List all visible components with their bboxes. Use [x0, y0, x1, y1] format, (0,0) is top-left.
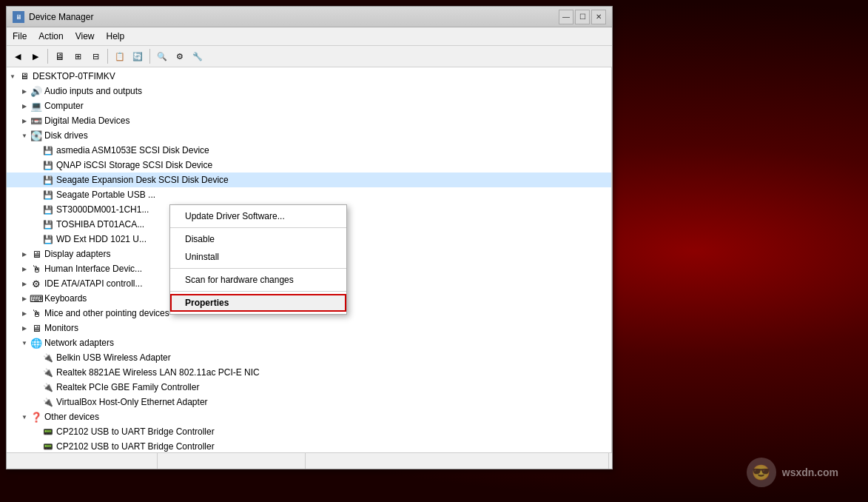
disk-icon: 💾 [42, 159, 54, 171]
monitors-icon: 🖥 [30, 322, 42, 334]
toolbar-properties-button[interactable]: 📋 [112, 48, 128, 64]
toolbar-back-button[interactable]: ◀ [10, 48, 26, 64]
st3000-label: ST3000DM001-1CH1... [56, 204, 149, 215]
belkin-label: Belkin USB Wireless Adapter [56, 352, 171, 363]
audio-icon: 🔊 [30, 85, 42, 97]
toolbar-collapse-button[interactable]: ⊟ [87, 48, 104, 64]
ctx-disable[interactable]: Disable [170, 230, 346, 248]
status-section-3 [306, 453, 609, 469]
status-section-2 [158, 453, 306, 469]
root-label: DESKTOP-0TFIMKV [33, 71, 115, 81]
device-manager-window: 🖥 Device Manager — ☐ ✕ File Action View … [6, 6, 613, 469]
menu-action[interactable]: Action [33, 29, 69, 44]
netcard-icon: 🔌 [42, 396, 54, 408]
mice-label: Mice and other pointing devices [44, 308, 169, 318]
title-bar: 🖥 Device Manager — ☐ ✕ [7, 7, 612, 27]
tree-item-cp2102-2[interactable]: ▶ 📟 CP2102 USB to UART Bridge Controller [7, 439, 611, 452]
menu-bar: File Action View Help [7, 27, 612, 46]
hid-expand: ▶ [18, 266, 30, 272]
device-icon: 📟 [42, 426, 54, 438]
maximize-button[interactable]: ☐ [575, 10, 590, 24]
ctx-sep-1 [170, 227, 346, 228]
computer-label: Computer [44, 101, 84, 111]
audio-expand: ▶ [18, 88, 30, 95]
tree-item-disk-drives[interactable]: ▼ 💽 Disk drives [7, 128, 611, 143]
toolbar-forward-button[interactable]: ▶ [27, 48, 44, 64]
cp2102-1-label: CP2102 USB to UART Bridge Controller [56, 426, 215, 437]
other-label: Other devices [44, 412, 99, 422]
tree-root[interactable]: ▼ 🖥 DESKTOP-0TFIMKV [7, 69, 611, 84]
content-area: ▼ 🖥 DESKTOP-0TFIMKV ▶ 🔊 Audio inputs and… [7, 67, 612, 452]
tree-item-other[interactable]: ▼ ❓ Other devices [7, 409, 611, 424]
toolbar-expand-button[interactable]: ⊞ [70, 48, 86, 64]
toolbar-scan-button[interactable]: 🔍 [154, 48, 170, 64]
watermark-text: wsxdn.com [782, 466, 838, 478]
tree-item-audio[interactable]: ▶ 🔊 Audio inputs and outputs [7, 84, 611, 98]
toshiba-label: TOSHIBA DT01ACA... [56, 219, 144, 230]
toolbar-update-button[interactable]: 🔄 [129, 48, 146, 64]
minimize-button[interactable]: — [559, 10, 573, 24]
keyboards-icon: ⌨ [30, 292, 42, 304]
tree-item-computer[interactable]: ▶ 💻 Computer [7, 98, 611, 113]
digital-label: Digital Media Devices [44, 116, 129, 126]
tree-item-digital[interactable]: ▶ 📼 Digital Media Devices [7, 113, 611, 128]
menu-file[interactable]: File [7, 29, 33, 44]
virtualbox-label: VirtualBox Host-Only Ethernet Adapter [56, 397, 208, 407]
title-buttons: — ☐ ✕ [559, 10, 606, 24]
disk-icon: 💾 [42, 189, 54, 201]
toolbar-computer-button[interactable]: 🖥 [52, 48, 68, 64]
toolbar-settings-button[interactable]: ⚙ [172, 48, 188, 64]
toolbar-separator-1 [47, 49, 48, 64]
tree-item-belkin[interactable]: ▶ 🔌 Belkin USB Wireless Adapter [7, 350, 611, 365]
tree-item-qnap[interactable]: ▶ 💾 QNAP iSCSI Storage SCSI Disk Device [7, 158, 611, 173]
monitors-label: Monitors [44, 323, 78, 333]
ctx-properties[interactable]: Properties [170, 294, 346, 312]
asmedia-label: asmedia ASM1053E SCSI Disk Device [56, 145, 209, 155]
network-expand: ▼ [18, 340, 30, 347]
netcard-icon: 🔌 [42, 352, 54, 364]
ctx-update[interactable]: Update Driver Software... [170, 207, 346, 225]
ctx-uninstall[interactable]: Uninstall [170, 248, 346, 266]
tree-item-seagate-portable[interactable]: ▶ 💾 Seagate Portable USB ... [7, 187, 611, 202]
tree-item-realtek8821[interactable]: ▶ 🔌 Realtek 8821AE Wireless LAN 802.11ac… [7, 365, 611, 380]
wd-label: WD Ext HDD 1021 U... [56, 234, 147, 244]
menu-view[interactable]: View [70, 29, 101, 44]
hid-icon: 🖱 [30, 263, 42, 275]
status-section-1 [10, 453, 158, 469]
tree-item-realtekpcie[interactable]: ▶ 🔌 Realtek PCIe GBE Family Controller [7, 380, 611, 395]
disk-icon: 💾 [42, 218, 54, 230]
toolbar-extra-button[interactable]: 🔧 [189, 48, 206, 64]
disk-expand: ▼ [18, 133, 30, 139]
digital-icon: 📼 [30, 115, 42, 127]
menu-help[interactable]: Help [101, 29, 131, 44]
tree-item-monitors[interactable]: ▶ 🖥 Monitors [7, 321, 611, 335]
tree-item-cp2102-1[interactable]: ▶ 📟 CP2102 USB to UART Bridge Controller [7, 424, 611, 439]
ide-label: IDE ATA/ATAPI controll... [44, 278, 142, 289]
toolbar-separator-2 [107, 49, 108, 64]
tree-item-asmedia[interactable]: ▶ 💾 asmedia ASM1053E SCSI Disk Device [7, 143, 611, 158]
device-tree[interactable]: ▼ 🖥 DESKTOP-0TFIMKV ▶ 🔊 Audio inputs and… [7, 67, 612, 452]
seagate-expansion-label: Seagate Expansion Desk SCSI Disk Device [56, 175, 229, 185]
computer-expand: ▶ [18, 103, 30, 110]
keyboards-label: Keyboards [44, 293, 87, 304]
ctx-sep-2 [170, 268, 346, 269]
toolbar: ◀ ▶ 🖥 ⊞ ⊟ 📋 🔄 🔍 ⚙ 🔧 [7, 46, 612, 67]
display-label: Display adapters [44, 249, 110, 259]
computer-icon: 💻 [30, 100, 42, 112]
root-icon: 🖥 [18, 70, 30, 82]
ide-icon: ⚙ [30, 278, 42, 290]
ide-expand: ▶ [18, 281, 30, 287]
close-button[interactable]: ✕ [591, 10, 606, 24]
hid-label: Human Interface Devic... [44, 264, 142, 274]
network-label: Network adapters [44, 338, 114, 348]
root-expand-arrow: ▼ [7, 73, 18, 80]
window-icon: 🖥 [13, 11, 24, 23]
tree-item-virtualbox[interactable]: ▶ 🔌 VirtualBox Host-Only Ethernet Adapte… [7, 395, 611, 409]
window-title: Device Manager [29, 12, 93, 22]
context-menu: Update Driver Software... Disable Uninst… [169, 204, 347, 315]
tree-item-network[interactable]: ▼ 🌐 Network adapters [7, 335, 611, 350]
disk-icon: 💾 [42, 144, 54, 156]
realtek8821-label: Realtek 8821AE Wireless LAN 802.11ac PCI… [56, 367, 260, 378]
tree-item-seagate-expansion[interactable]: ▶ 💾 Seagate Expansion Desk SCSI Disk Dev… [7, 173, 611, 187]
ctx-scan[interactable]: Scan for hardware changes [170, 271, 346, 289]
